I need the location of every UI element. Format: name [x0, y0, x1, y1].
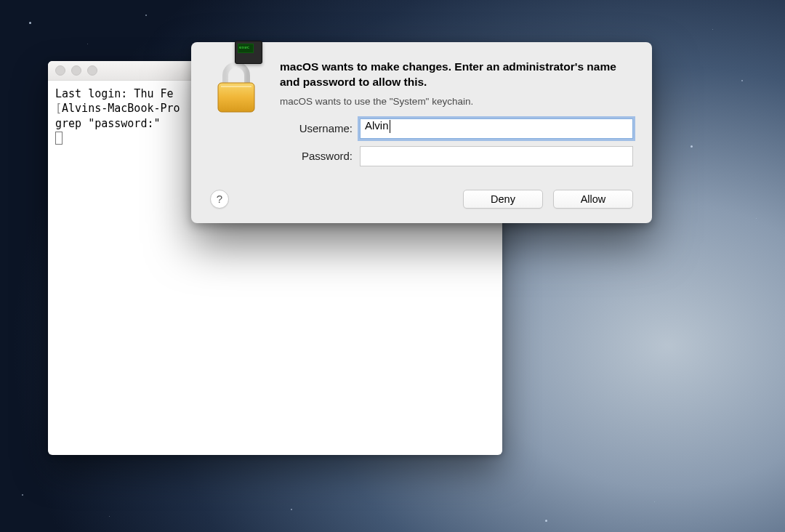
- svg-rect-1: [221, 86, 251, 87]
- window-minimize-button[interactable]: [71, 65, 81, 76]
- username-label: Username:: [280, 122, 360, 134]
- deny-button[interactable]: Deny: [463, 190, 543, 209]
- text-cursor: [390, 120, 390, 133]
- exec-badge-icon: [235, 41, 262, 64]
- window-zoom-button[interactable]: [87, 65, 97, 76]
- password-label: Password:: [280, 150, 360, 162]
- terminal-line-2: Alvins-MacBook-Pro: [62, 102, 180, 115]
- terminal-cursor: [55, 132, 63, 145]
- allow-button[interactable]: Allow: [553, 190, 633, 209]
- lock-icon: [210, 60, 262, 174]
- terminal-line-3: grep "password:": [55, 117, 161, 130]
- window-close-button[interactable]: [55, 65, 65, 76]
- username-field[interactable]: Alvin: [360, 118, 633, 139]
- password-field[interactable]: [360, 146, 633, 166]
- dialog-subtext: macOS wants to use the "System" keychain…: [280, 96, 633, 107]
- terminal-line-1: Last login: Thu Fe: [55, 87, 174, 100]
- help-button[interactable]: ?: [210, 190, 229, 209]
- username-value: Alvin: [365, 119, 389, 132]
- authentication-dialog: macOS wants to make changes. Enter an ad…: [191, 42, 652, 223]
- dialog-heading: macOS wants to make changes. Enter an ad…: [280, 60, 633, 90]
- desktop-background: Last login: Thu Fe [Alvins-MacBook-Pro g…: [0, 0, 785, 532]
